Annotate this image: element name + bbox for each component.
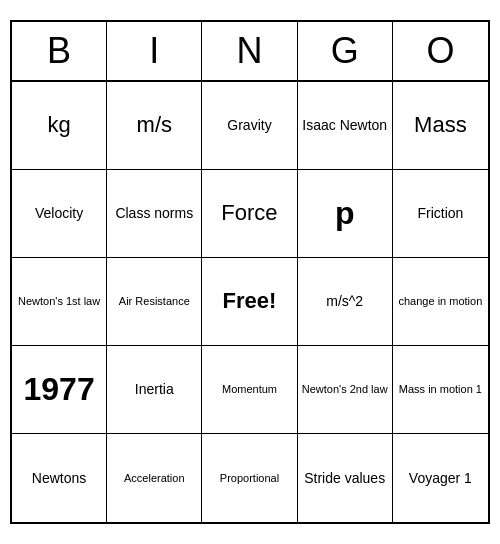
bingo-cell-7: Force (202, 170, 297, 258)
bingo-cell-14: change in motion (393, 258, 488, 346)
bingo-cell-23: Stride values (298, 434, 393, 522)
bingo-cell-21: Acceleration (107, 434, 202, 522)
bingo-cell-22: Proportional (202, 434, 297, 522)
bingo-grid: kgm/sGravityIsaac NewtonMassVelocityClas… (12, 82, 488, 522)
bingo-cell-6: Class norms (107, 170, 202, 258)
bingo-cell-10: Newton's 1st law (12, 258, 107, 346)
header-letter-o: O (393, 22, 488, 80)
bingo-card: BINGO kgm/sGravityIsaac NewtonMassVeloci… (10, 20, 490, 524)
bingo-cell-5: Velocity (12, 170, 107, 258)
bingo-cell-1: m/s (107, 82, 202, 170)
bingo-cell-2: Gravity (202, 82, 297, 170)
header-letter-g: G (298, 22, 393, 80)
bingo-cell-24: Voyager 1 (393, 434, 488, 522)
bingo-cell-20: Newtons (12, 434, 107, 522)
bingo-cell-18: Newton's 2nd law (298, 346, 393, 434)
bingo-cell-15: 1977 (12, 346, 107, 434)
bingo-cell-4: Mass (393, 82, 488, 170)
header-letter-b: B (12, 22, 107, 80)
bingo-cell-0: kg (12, 82, 107, 170)
bingo-cell-8: p (298, 170, 393, 258)
bingo-header: BINGO (12, 22, 488, 82)
bingo-cell-17: Momentum (202, 346, 297, 434)
bingo-cell-16: Inertia (107, 346, 202, 434)
bingo-cell-13: m/s^2 (298, 258, 393, 346)
bingo-cell-19: Mass in motion 1 (393, 346, 488, 434)
bingo-cell-11: Air Resistance (107, 258, 202, 346)
header-letter-n: N (202, 22, 297, 80)
bingo-cell-3: Isaac Newton (298, 82, 393, 170)
header-letter-i: I (107, 22, 202, 80)
bingo-cell-9: Friction (393, 170, 488, 258)
bingo-cell-12: Free! (202, 258, 297, 346)
